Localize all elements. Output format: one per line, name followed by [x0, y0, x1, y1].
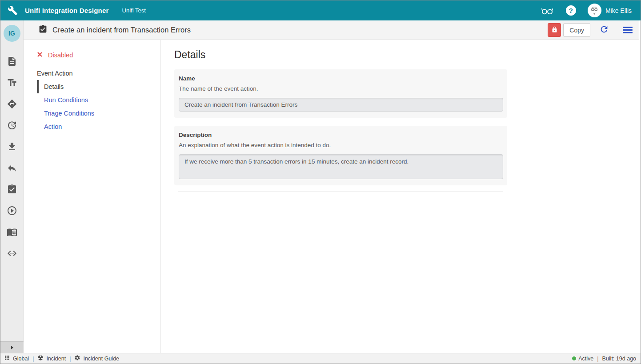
book-icon[interactable] — [7, 227, 17, 237]
play-circle-icon[interactable] — [7, 205, 17, 216]
scope-global-label: Global — [13, 356, 29, 362]
name-field-description: The name of the event action. — [179, 85, 503, 92]
topbar-right-cluster: ? Mike Ellis — [541, 4, 632, 17]
refresh-icon — [599, 24, 609, 36]
footer-right: Active | Built: 19d ago — [572, 356, 636, 362]
glasses-icon[interactable] — [541, 6, 554, 16]
nav-item-action[interactable]: Action — [37, 120, 160, 133]
user-name[interactable]: Mike Ellis — [605, 7, 632, 14]
icon-rail: IG — [0, 20, 24, 353]
copy-button[interactable]: Copy — [563, 23, 590, 37]
rail-expand-button[interactable] — [0, 341, 24, 353]
wrench-icon — [8, 5, 18, 16]
description-field-card: Description An explanation of what the e… — [174, 126, 507, 185]
x-icon — [37, 51, 43, 59]
description-field-label: Description — [179, 132, 503, 138]
name-field-card: Name The name of the event action. — [174, 69, 507, 118]
menu-icon[interactable] — [623, 27, 633, 33]
status-bar: Global | Incident | Incident Guide Activ… — [0, 353, 641, 364]
document-icon[interactable] — [7, 56, 17, 67]
record-title-bar: Create an incident from Transaction Erro… — [24, 20, 641, 40]
incident-icon — [37, 355, 44, 362]
description-input[interactable] — [179, 154, 503, 179]
text-fields-icon[interactable] — [7, 77, 17, 88]
status-row: Disabled — [37, 51, 160, 60]
lock-button[interactable] — [548, 23, 561, 37]
name-field-label: Name — [179, 75, 503, 82]
nav-item-run-conditions[interactable]: Run Conditions — [37, 93, 160, 107]
body-row: Disabled Event Action Details Run Condit… — [24, 40, 641, 353]
environment-name: Unifi Test — [122, 7, 146, 14]
rail-icon-list — [7, 56, 17, 259]
page-title: Details — [174, 49, 641, 61]
section-nav: Disabled Event Action Details Run Condit… — [24, 40, 160, 353]
scope-incident-guide[interactable]: Incident Guide — [74, 355, 119, 362]
scope-incident-guide-label: Incident Guide — [83, 356, 119, 362]
scope-incident[interactable]: Incident — [37, 355, 66, 362]
task-check-icon[interactable] — [7, 184, 17, 195]
footer-separator: | — [32, 356, 34, 362]
nav-item-triage-conditions[interactable]: Triage Conditions — [37, 107, 160, 120]
footer-separator: | — [597, 356, 598, 362]
active-status-dot — [572, 356, 576, 360]
middle-region: IG Create an incid — [0, 20, 641, 353]
code-icon[interactable] — [7, 248, 17, 259]
scope-incident-label: Incident — [46, 356, 66, 362]
reply-icon[interactable] — [7, 163, 17, 173]
nav-items: Details Run Conditions Triage Conditions… — [37, 80, 160, 133]
name-input[interactable] — [179, 98, 503, 112]
task-check-icon — [38, 24, 48, 36]
app-window: Unifi Integration Designer Unifi Test ? — [0, 0, 641, 364]
details-pane: Details Name The name of the event actio… — [160, 40, 641, 353]
download-icon[interactable] — [7, 141, 17, 152]
top-app-bar: Unifi Integration Designer Unifi Test ? — [0, 0, 641, 20]
app-title: Unifi Integration Designer — [25, 7, 109, 14]
scrollbar-track[interactable] — [639, 20, 641, 353]
description-field-description: An explanation of what the event action … — [179, 142, 503, 148]
record-title: Create an incident from Transaction Erro… — [52, 26, 191, 34]
expand-arrow-icon — [10, 344, 14, 352]
directions-icon[interactable] — [7, 99, 17, 109]
scope-global[interactable]: Global — [4, 355, 29, 362]
section-divider — [178, 192, 503, 192]
nav-section-label: Event Action — [37, 69, 160, 78]
help-icon[interactable]: ? — [566, 5, 576, 16]
gear-icon — [74, 355, 80, 362]
grid-icon — [4, 355, 10, 362]
active-status-label: Active — [578, 356, 593, 362]
refresh-button[interactable] — [599, 24, 609, 36]
user-avatar[interactable] — [588, 4, 601, 17]
built-timestamp: Built: 19d ago — [602, 356, 636, 362]
footer-separator: | — [69, 356, 71, 362]
content-column: Create an incident from Transaction Erro… — [24, 20, 641, 353]
lock-icon — [551, 26, 558, 34]
status-badge: Disabled — [48, 52, 73, 59]
update-icon[interactable] — [7, 120, 17, 131]
titlebar-actions: Copy — [548, 23, 633, 37]
integration-badge: IG — [4, 25, 20, 42]
nav-item-details[interactable]: Details — [37, 80, 160, 93]
